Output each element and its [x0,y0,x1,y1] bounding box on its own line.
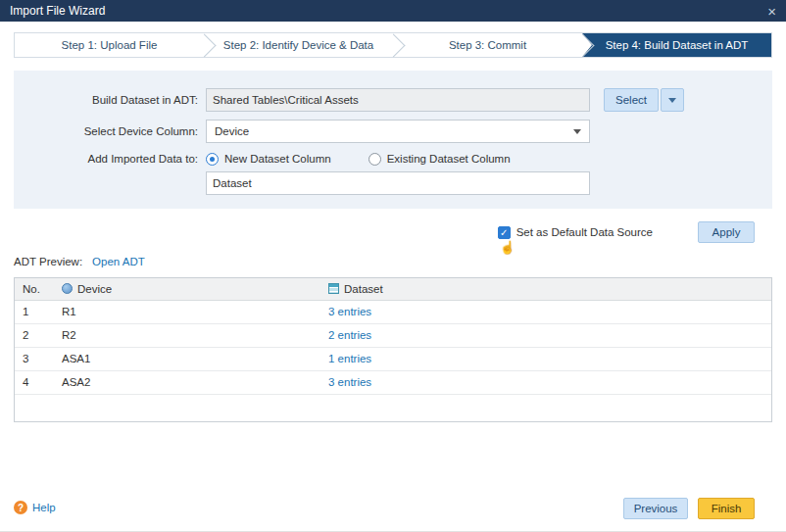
build-dataset-label: Build Dataset in ADT: [14,94,198,106]
step-label: Step 1: Upload File [62,39,158,51]
dataset-icon [328,283,339,294]
close-icon[interactable]: × [767,4,776,19]
checkbox-checked-icon: ✓ [498,226,511,239]
radio-existing-dataset-column[interactable]: Existing Dataset Column [368,153,511,166]
step-label: Step 3: Commit [449,39,526,51]
table-header-row: No. Device Dataset [15,278,771,300]
help-link[interactable]: Help [32,502,56,513]
column-header-dataset[interactable]: Dataset [320,278,771,300]
device-column-selected-value: Device [215,125,249,137]
window-title: Import File Wizard [10,4,767,18]
table-row: 4 ASA2 3 entries [15,370,771,394]
device-column-label: Select Device Column: [14,125,198,137]
entries-link[interactable]: 1 entries [328,353,371,364]
column-header-dataset-label: Dataset [344,283,383,295]
table-row: 2 R2 2 entries [15,323,771,347]
form-panel: Build Dataset in ADT: Select Select Devi… [14,71,772,209]
apply-row: ✓ Set as Default Data Source ☝ Apply [498,221,755,243]
cell-no: 2 [15,323,54,347]
cell-device: ASA1 [54,347,320,370]
select-dropdown-button[interactable] [661,88,684,112]
build-dataset-path-field[interactable] [206,88,590,112]
footer-buttons: Previous Finish [623,498,755,519]
chevron-down-icon [668,98,676,103]
adt-preview-table: No. Device Dataset [14,277,772,422]
radio-new-label: New Dataset Column [224,153,331,165]
help-row: ? Help [14,501,56,514]
entries-link[interactable]: 3 entries [328,376,371,388]
cell-device: R1 [54,300,320,323]
table-row: 3 ASA1 1 entries [15,347,771,370]
titlebar: Import File Wizard × [0,0,786,22]
help-icon: ? [14,501,27,514]
column-header-no[interactable]: No. [15,278,54,300]
column-header-device[interactable]: Device [54,278,320,300]
adt-preview-label: ADT Preview: [14,256,82,267]
cell-no: 3 [15,347,54,370]
cell-device: ASA2 [54,370,320,394]
select-button[interactable]: Select [604,88,659,112]
chevron-down-icon [573,129,581,134]
step-tab-build-dataset[interactable]: Step 4: Build Dataset in ADT [582,33,771,57]
adt-preview-row: ADT Preview: Open ADT [14,256,145,267]
step-tab-upload-file[interactable]: Step 1: Upload File [15,33,204,57]
entries-link[interactable]: 3 entries [328,306,371,317]
radio-new-dataset-column[interactable]: New Dataset Column [206,153,331,166]
finish-button[interactable]: Finish [698,498,755,519]
default-source-checkbox[interactable]: ✓ Set as Default Data Source ☝ [498,226,653,239]
step-label: Step 4: Build Dataset in ADT [606,39,749,51]
cursor-icon: ☝ [500,240,516,255]
entries-link[interactable]: 2 entries [328,329,371,341]
step-label: Step 2: Identify Device & Data [223,39,373,51]
step-tab-identify-device[interactable]: Step 2: Identify Device & Data [204,33,393,57]
open-adt-link[interactable]: Open ADT [92,256,145,267]
radio-button-icon [206,153,219,166]
table-row: 1 R1 3 entries [15,300,771,323]
add-imported-data-label: Add Imported Data to: [14,153,198,165]
cell-no: 4 [15,370,54,394]
device-icon [62,283,73,294]
device-column-select[interactable]: Device [206,120,590,143]
column-header-device-label: Device [77,283,112,295]
apply-button[interactable]: Apply [698,221,755,243]
cell-no: 1 [15,300,54,323]
step-tab-commit[interactable]: Step 3: Commit [393,33,582,57]
radio-existing-label: Existing Dataset Column [387,153,511,165]
import-file-wizard-dialog: Import File Wizard × Step 1: Upload File… [0,0,786,532]
cell-device: R2 [54,323,320,347]
previous-button[interactable]: Previous [623,498,688,519]
default-source-label: Set as Default Data Source [516,226,653,238]
radio-button-icon [368,153,381,166]
new-dataset-column-field[interactable] [206,171,590,195]
wizard-steps: Step 1: Upload File Step 2: Identify Dev… [14,32,772,58]
